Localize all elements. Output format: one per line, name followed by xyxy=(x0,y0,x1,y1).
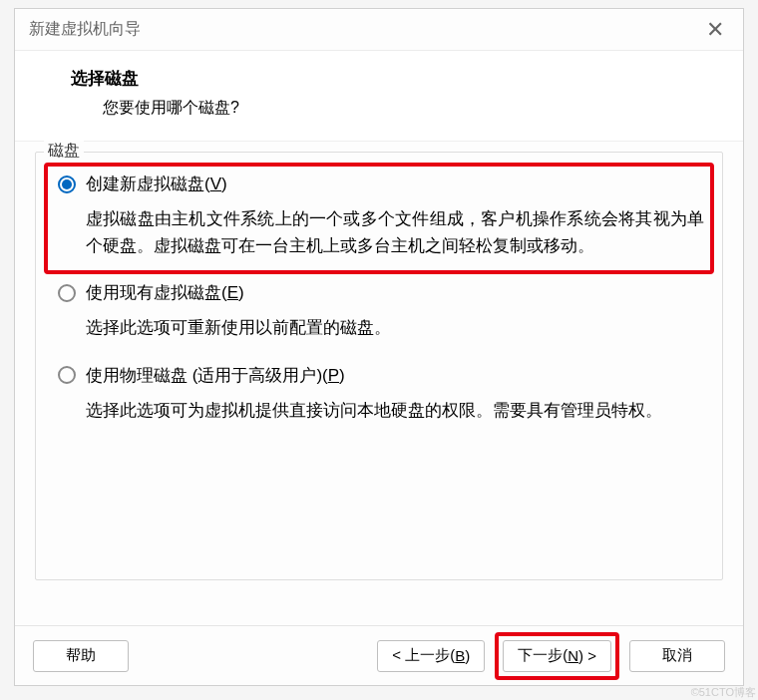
option-use-physical-disk: 使用物理磁盘 (适用于高级用户)(P) 选择此选项可为虚拟机提供直接访问本地硬盘… xyxy=(54,364,704,424)
help-button[interactable]: 帮助 xyxy=(33,640,129,672)
option-create-desc: 虚拟磁盘由主机文件系统上的一个或多个文件组成，客户机操作系统会将其视为单个硬盘。… xyxy=(86,205,704,259)
option-use-existing-disk: 使用现有虚拟磁盘(E) 选择此选项可重新使用以前配置的磁盘。 xyxy=(54,281,704,341)
option-physical-label: 使用物理磁盘 (适用于高级用户)(P) xyxy=(86,364,345,387)
back-button[interactable]: < 上一步(B) xyxy=(377,640,485,672)
option-create-label: 创建新虚拟磁盘(V) xyxy=(86,173,227,195)
option-create-row[interactable]: 创建新虚拟磁盘(V) xyxy=(58,173,704,195)
fieldset-legend: 磁盘 xyxy=(44,141,84,162)
radio-use-existing[interactable] xyxy=(58,284,76,302)
close-icon[interactable]: ✕ xyxy=(701,19,729,41)
next-button[interactable]: 下一步(N) > xyxy=(503,640,611,672)
page-title: 选择磁盘 xyxy=(71,67,715,90)
option-existing-label: 使用现有虚拟磁盘(E) xyxy=(86,281,244,304)
annotation-highlight-next: 下一步(N) > xyxy=(495,632,619,680)
wizard-header: 选择磁盘 您要使用哪个磁盘? xyxy=(15,51,743,142)
dialog-title: 新建虚拟机向导 xyxy=(29,19,141,40)
option-physical-row[interactable]: 使用物理磁盘 (适用于高级用户)(P) xyxy=(58,364,704,387)
option-existing-desc: 选择此选项可重新使用以前配置的磁盘。 xyxy=(86,314,704,341)
option-physical-desc: 选择此选项可为虚拟机提供直接访问本地硬盘的权限。需要具有管理员特权。 xyxy=(86,397,704,424)
radio-use-physical[interactable] xyxy=(58,366,76,384)
wizard-dialog: 新建虚拟机向导 ✕ 选择磁盘 您要使用哪个磁盘? 磁盘 创建新虚拟磁盘(V) 虚… xyxy=(14,8,744,686)
radio-create-new[interactable] xyxy=(58,175,76,193)
option-create-new-disk: 创建新虚拟磁盘(V) 虚拟磁盘由主机文件系统上的一个或多个文件组成，客户机操作系… xyxy=(54,173,704,259)
option-existing-row[interactable]: 使用现有虚拟磁盘(E) xyxy=(58,281,704,304)
page-subtitle: 您要使用哪个磁盘? xyxy=(103,98,715,119)
titlebar: 新建虚拟机向导 ✕ xyxy=(15,9,743,51)
wizard-content: 磁盘 创建新虚拟磁盘(V) 虚拟磁盘由主机文件系统上的一个或多个文件组成，客户机… xyxy=(15,142,743,625)
watermark: ©51CTO博客 xyxy=(691,685,756,700)
wizard-footer: 帮助 < 上一步(B) 下一步(N) > 取消 xyxy=(15,625,743,685)
disk-fieldset: 磁盘 创建新虚拟磁盘(V) 虚拟磁盘由主机文件系统上的一个或多个文件组成，客户机… xyxy=(35,152,723,580)
cancel-button[interactable]: 取消 xyxy=(629,640,725,672)
